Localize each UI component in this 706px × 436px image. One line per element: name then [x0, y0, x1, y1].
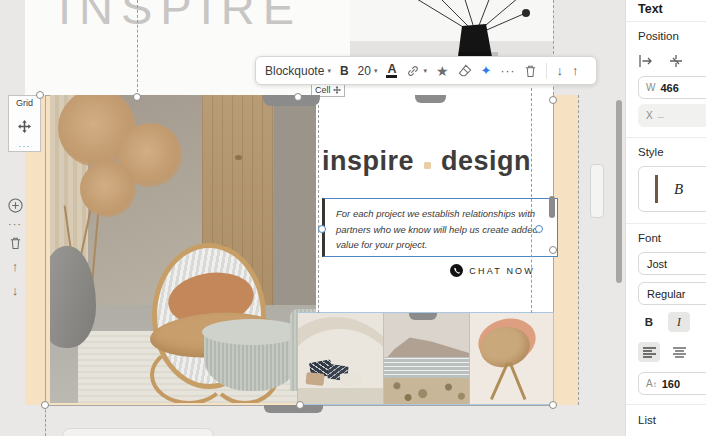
- content-card[interactable]: inspire design For each project we estab…: [316, 88, 553, 313]
- italic-toggle[interactable]: I: [668, 312, 690, 332]
- align-center-icon[interactable]: [668, 54, 684, 68]
- ai-sparkle-icon[interactable]: ✦: [481, 64, 492, 77]
- x-field[interactable]: X –: [638, 104, 706, 127]
- font-family-select[interactable]: Jost: [638, 252, 706, 275]
- add-icon[interactable]: [8, 198, 23, 213]
- next-section-edge: [62, 428, 214, 436]
- toolbar-divider: [546, 63, 547, 79]
- interior-photo[interactable]: [50, 95, 316, 403]
- photo-detail: [305, 372, 324, 386]
- grid-guide: [318, 85, 319, 313]
- trash-icon[interactable]: [524, 64, 537, 78]
- bold-toggle[interactable]: B: [638, 312, 660, 332]
- favorite-star-icon[interactable]: ★: [436, 64, 449, 78]
- eraser-icon[interactable]: [458, 64, 472, 77]
- link-icon: [406, 64, 420, 78]
- blockquote-bar-icon: [655, 175, 658, 203]
- align-icon-row: [638, 54, 684, 68]
- grid-handle[interactable]: [296, 401, 304, 409]
- position-section-label: Position: [638, 30, 679, 42]
- grid-handle[interactable]: [549, 96, 557, 104]
- width-field-value: 466: [660, 82, 678, 94]
- drag-handle[interactable]: [549, 196, 555, 218]
- divider: [626, 223, 706, 224]
- vase-photo[interactable]: [350, 0, 553, 57]
- move-icon[interactable]: [18, 120, 31, 133]
- grid-panel[interactable]: Grid ···: [8, 95, 41, 152]
- move-down-button[interactable]: ↓: [556, 63, 563, 78]
- line-height-key: A↕: [646, 378, 657, 389]
- more-icon[interactable]: ···: [8, 222, 22, 227]
- link-dropdown[interactable]: ▾: [406, 64, 427, 78]
- bold-button[interactable]: B: [340, 64, 349, 78]
- photo-detail: [490, 362, 509, 400]
- move-up-icon[interactable]: ↑: [12, 259, 19, 274]
- seascape-photo[interactable]: [384, 313, 470, 404]
- font-size-value: 20: [358, 64, 371, 78]
- grid-guide: [578, 95, 579, 405]
- editor-window: INSPIRE: [0, 0, 706, 436]
- drag-handle[interactable]: [263, 95, 320, 106]
- width-field[interactable]: W 466: [638, 76, 706, 99]
- grid-guide: [553, 0, 554, 100]
- x-field-value: –: [658, 110, 664, 122]
- font-weight-select[interactable]: Regular: [638, 282, 706, 305]
- list-section-label: List: [638, 414, 656, 426]
- grid-guide: [137, 0, 138, 97]
- align-left-icon[interactable]: [638, 54, 654, 68]
- chevron-down-icon: ▾: [423, 67, 427, 75]
- photo-detail: [202, 319, 302, 397]
- canvas-scrollbar[interactable]: [616, 100, 622, 283]
- trash-icon[interactable]: [9, 236, 22, 250]
- text-align-buttons: [638, 342, 690, 362]
- align-text-center-icon: [673, 347, 686, 358]
- sidebar-title: Text: [638, 2, 663, 16]
- resize-handle-left[interactable]: [318, 225, 326, 233]
- chat-now-button[interactable]: CHAT NOW: [450, 264, 535, 277]
- more-options-icon[interactable]: ···: [500, 64, 515, 78]
- divider: [626, 137, 706, 138]
- chair-photo[interactable]: [470, 313, 553, 404]
- grid-handle[interactable]: [36, 91, 44, 99]
- drag-handle[interactable]: [409, 313, 437, 320]
- drag-handle[interactable]: [415, 95, 446, 103]
- grid-handle[interactable]: [549, 246, 557, 254]
- align-text-left-icon: [643, 347, 656, 358]
- text-color-button[interactable]: A: [386, 64, 397, 78]
- font-section-label: Font: [638, 232, 661, 244]
- blockquote-style-preview[interactable]: B: [638, 166, 706, 212]
- collapsed-panel-handle[interactable]: [590, 164, 604, 218]
- heading-word-design: design: [441, 146, 531, 177]
- quote-line: partners who we know will help us create…: [336, 222, 549, 238]
- grid-handle[interactable]: [294, 93, 302, 101]
- grid-handle[interactable]: [549, 401, 557, 409]
- blockquote-text[interactable]: For each project we establish relationsh…: [322, 198, 558, 257]
- align-text-left-button[interactable]: [638, 342, 660, 362]
- chevron-down-icon: ▾: [374, 67, 378, 75]
- font-size-dropdown[interactable]: 20 ▾: [358, 64, 378, 78]
- photo-detail: [384, 378, 470, 404]
- move-up-button[interactable]: ↑: [572, 63, 579, 78]
- font-style-buttons: B I: [638, 312, 690, 332]
- paragraph-style-value: Blockquote: [265, 64, 324, 78]
- align-text-center-button[interactable]: [668, 342, 690, 362]
- hero-title: INSPIRE: [58, 0, 302, 35]
- width-field-key: W: [646, 82, 655, 93]
- photo-detail: [80, 161, 136, 217]
- line-height-field[interactable]: A↕ 160: [638, 372, 706, 395]
- drag-handle[interactable]: [264, 405, 323, 413]
- move-down-icon[interactable]: ↓: [12, 283, 19, 298]
- resize-handle-right[interactable]: [535, 225, 543, 233]
- updown-arrows-icon: ↕: [653, 380, 657, 389]
- grid-handle[interactable]: [41, 401, 49, 409]
- photo-detail: [235, 155, 242, 160]
- paragraph-style-dropdown[interactable]: Blockquote ▾: [265, 64, 331, 78]
- more-icon[interactable]: ···: [19, 144, 31, 148]
- alcove-photo[interactable]: [298, 313, 384, 404]
- font-family-value: Jost: [647, 258, 667, 270]
- grid-handle[interactable]: [133, 93, 141, 101]
- chat-now-label: CHAT NOW: [469, 266, 535, 276]
- vase-photo-art: [350, 0, 553, 57]
- left-tool-strip: ··· ↑ ↓: [4, 198, 26, 298]
- chevron-down-icon: ▾: [327, 67, 331, 75]
